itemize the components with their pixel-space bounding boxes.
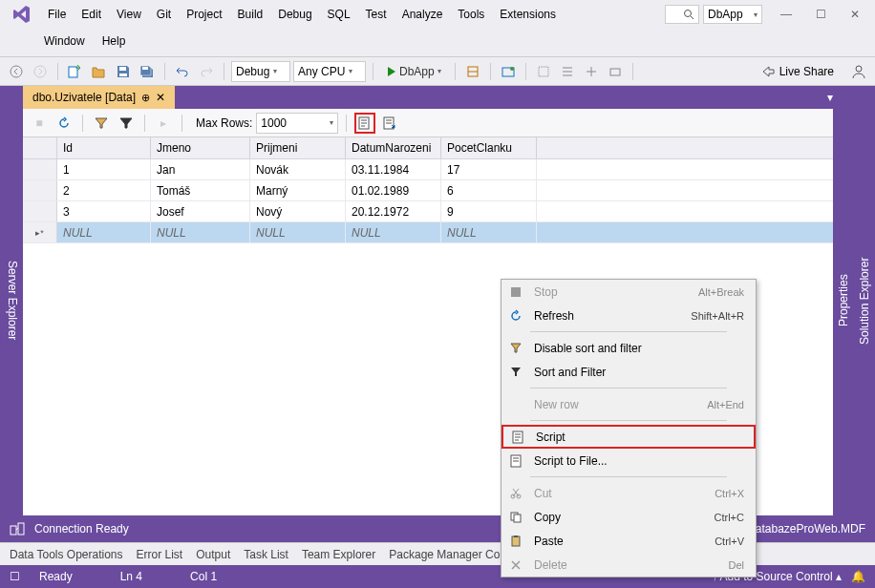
menu-file[interactable]: File: [40, 4, 74, 25]
side-tab-server-explorer[interactable]: Server Explorer: [2, 86, 23, 515]
menu-view[interactable]: View: [109, 4, 149, 25]
nav-right-button[interactable]: ▸: [153, 113, 174, 134]
footer-tab-task-list[interactable]: Task List: [244, 548, 288, 561]
redo-button[interactable]: [196, 61, 217, 82]
nav-fwd-button[interactable]: [30, 61, 51, 82]
play-icon: [387, 67, 396, 76]
table-row[interactable]: 1 Jan Novák 03.11.1984 17: [23, 159, 852, 180]
connection-state-label: Connection Ready: [34, 522, 129, 536]
maximize-button[interactable]: ☐: [804, 1, 837, 28]
menu-build[interactable]: Build: [230, 4, 271, 25]
live-share-icon: [762, 66, 776, 77]
account-icon[interactable]: [848, 61, 869, 82]
menu-test[interactable]: Test: [358, 4, 395, 25]
open-file-button[interactable]: [89, 61, 110, 82]
search-icon: [683, 9, 694, 20]
svg-rect-4: [69, 67, 77, 77]
tb-btn-3[interactable]: [533, 61, 554, 82]
ctx-refresh[interactable]: Refresh Shift+Alt+R: [502, 304, 756, 327]
side-tab-solution-explorer[interactable]: Solution Explorer: [854, 86, 875, 515]
table-row[interactable]: 3 Josef Nový 20.12.1972 9: [23, 201, 852, 222]
ctx-script-to-file-[interactable]: Script to File...: [502, 449, 756, 472]
script-to-file-button[interactable]: [379, 113, 400, 134]
svg-rect-17: [511, 287, 521, 297]
new-file-button[interactable]: [65, 61, 86, 82]
menu-edit[interactable]: Edit: [74, 4, 109, 25]
notifications-icon[interactable]: 🔔: [851, 570, 865, 583]
new-row[interactable]: ▸* NULL NULL NULL NULL NULL: [23, 222, 852, 243]
menu-extensions[interactable]: Extensions: [492, 4, 564, 25]
menu-tools[interactable]: Tools: [450, 4, 492, 25]
side-tab-sql-server-object-explorer[interactable]: SQL Server Object Explorer: [0, 86, 2, 515]
tb-btn-6[interactable]: [605, 61, 626, 82]
tb-btn-5[interactable]: [581, 61, 602, 82]
column-header[interactable]: Prijmeni: [250, 137, 346, 158]
document-tabs: dbo.Uzivatele [Data] ⊕ ✕ ▾ ✿: [23, 86, 852, 109]
footer-tab-team-explorer[interactable]: Team Explorer: [302, 548, 375, 561]
tab-close-button[interactable]: ✕: [156, 91, 165, 104]
svg-rect-27: [18, 523, 24, 535]
select-all-corner[interactable]: [23, 137, 57, 158]
undo-button[interactable]: [172, 61, 193, 82]
column-header[interactable]: DatumNarozeni: [346, 137, 441, 158]
side-tab-properties[interactable]: Properties: [833, 86, 854, 515]
menu-project[interactable]: Project: [179, 4, 229, 25]
context-menu: Stop Alt+Break Refresh Shift+Alt+R Disab…: [501, 279, 757, 578]
main-menu: FileEditViewGitProjectBuildDebugSQLTestA…: [40, 4, 665, 25]
svg-rect-12: [539, 67, 548, 76]
script-button-highlighted[interactable]: [354, 113, 375, 134]
ctx-disable-sort-and-filter[interactable]: Disable sort and filter: [502, 336, 756, 360]
svg-point-3: [34, 66, 46, 77]
svg-point-14: [856, 66, 862, 72]
title-search-box[interactable]: [665, 5, 699, 24]
tb-btn-4[interactable]: [557, 61, 578, 82]
live-share-button[interactable]: Live Share: [757, 61, 840, 82]
data-toolbar: ■ ▸ Max Rows: 1000 ▾: [23, 109, 852, 137]
svg-rect-13: [610, 69, 620, 75]
menu-git[interactable]: Git: [149, 4, 179, 25]
ctx-script[interactable]: Script: [502, 425, 756, 449]
menu-window[interactable]: Window: [36, 31, 93, 52]
nav-back-button[interactable]: [6, 61, 27, 82]
footer-tab-data-tools-operations[interactable]: Data Tools Operations: [10, 548, 123, 561]
svg-point-2: [11, 66, 22, 77]
footer-tab-error-list[interactable]: Error List: [137, 548, 183, 561]
ctx-copy[interactable]: Copy Ctrl+C: [502, 505, 756, 529]
svg-rect-5: [119, 67, 126, 71]
svg-line-1: [691, 16, 694, 19]
column-header[interactable]: Id: [57, 137, 151, 158]
max-rows-input[interactable]: 1000 ▾: [256, 113, 338, 134]
disable-filter-button[interactable]: [91, 113, 112, 134]
menu-debug[interactable]: Debug: [270, 4, 319, 25]
start-debug-button[interactable]: DbApp ▾: [380, 61, 448, 82]
refresh-button[interactable]: [53, 113, 75, 134]
ctx-sort-and-filter[interactable]: Sort and Filter: [502, 360, 756, 384]
solution-name-dropdown[interactable]: DbApp ▾: [703, 5, 762, 24]
tb-btn-2[interactable]: [498, 61, 519, 82]
status-col-label: Col 1: [190, 570, 217, 583]
save-all-button[interactable]: [137, 61, 158, 82]
menu-sql[interactable]: SQL: [320, 4, 358, 25]
ctx-paste[interactable]: Paste Ctrl+V: [502, 529, 756, 553]
ctx-stop: Stop Alt+Break: [502, 280, 756, 304]
minimize-button[interactable]: —: [770, 1, 802, 28]
status-ready-label: Ready: [39, 570, 73, 583]
footer-tab-output[interactable]: Output: [196, 548, 230, 561]
table-row[interactable]: 2 Tomáš Marný 01.02.1989 6: [23, 180, 852, 201]
column-header[interactable]: Jmeno: [151, 137, 250, 158]
menu-help[interactable]: Help: [95, 31, 134, 52]
svg-rect-6: [119, 74, 127, 76]
save-button[interactable]: [113, 61, 134, 82]
tb-btn-1[interactable]: [462, 61, 483, 82]
menu-analyze[interactable]: Analyze: [395, 4, 451, 25]
pin-icon[interactable]: ⊕: [141, 92, 150, 104]
column-header[interactable]: PocetClanku: [441, 137, 537, 158]
close-button[interactable]: ✕: [839, 1, 871, 28]
stop-query-button: ■: [29, 113, 50, 134]
config-dropdown[interactable]: Debug▾: [231, 61, 290, 82]
ctx-cut: Cut Ctrl+X: [502, 481, 756, 505]
doc-tab-active[interactable]: dbo.Uzivatele [Data] ⊕ ✕: [23, 86, 175, 109]
filter-button[interactable]: [116, 113, 137, 134]
platform-dropdown[interactable]: Any CPU▾: [293, 61, 366, 82]
chevron-down-icon: ▾: [754, 10, 758, 19]
